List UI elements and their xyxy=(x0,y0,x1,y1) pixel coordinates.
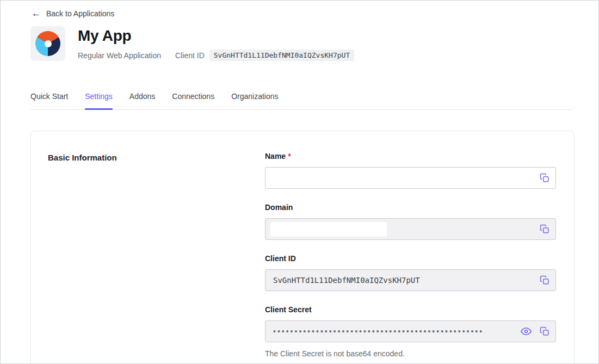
left-arrow-icon: ← xyxy=(32,9,41,18)
back-link-label: Back to Applications xyxy=(46,9,114,18)
app-type-label: Regular Web Application xyxy=(78,51,161,60)
copy-client-secret-button[interactable] xyxy=(539,325,551,337)
client-secret-field-group: Client Secret ••••••••••••••••••••••••••… xyxy=(265,306,556,358)
basic-information-card: Basic Information Name* D xyxy=(30,131,575,364)
application-settings-page: ← Back to Applications My App Regular We… xyxy=(0,0,599,364)
copy-domain-button[interactable] xyxy=(539,223,551,235)
name-label: Name xyxy=(265,152,286,161)
back-to-applications-link[interactable]: ← Back to Applications xyxy=(32,9,114,18)
copy-name-button[interactable] xyxy=(539,172,551,184)
name-field-group: Name* xyxy=(265,152,556,189)
required-asterisk: * xyxy=(288,152,291,161)
domain-field-group: Domain xyxy=(265,203,556,240)
tab-settings[interactable]: Settings xyxy=(85,91,113,109)
client-id-value: SvGnHTTd1L11DebfNMI0aIQZvsKH7pUT xyxy=(273,276,420,285)
tab-connections[interactable]: Connections xyxy=(172,91,214,109)
client-secret-label: Client Secret xyxy=(265,306,556,314)
client-secret-helper: The Client Secret is not base64 encoded. xyxy=(265,349,556,358)
app-logo-pinwheel-icon xyxy=(35,31,60,56)
eye-icon xyxy=(521,326,532,337)
app-logo xyxy=(30,26,65,61)
client-secret-masked-value: ••••••••••••••••••••••••••••••••••••••••… xyxy=(273,320,484,342)
copy-icon xyxy=(540,326,549,336)
tab-bar: Quick Start Settings Addons Connections … xyxy=(30,91,573,110)
domain-label: Domain xyxy=(265,203,556,212)
client-id-label: Client ID xyxy=(265,255,556,263)
domain-input-shell xyxy=(265,218,556,240)
name-input[interactable] xyxy=(273,168,523,188)
page-title: My App xyxy=(78,27,354,45)
client-secret-input-shell: ••••••••••••••••••••••••••••••••••••••••… xyxy=(265,320,556,342)
tab-quick-start[interactable]: Quick Start xyxy=(30,91,68,109)
client-id-caption: Client ID xyxy=(175,51,205,60)
client-id-input-shell: SvGnHTTd1L11DebfNMI0aIQZvsKH7pUT xyxy=(265,269,556,291)
copy-icon xyxy=(540,173,549,183)
copy-icon xyxy=(540,275,549,285)
redacted-domain-value xyxy=(270,222,387,237)
tab-organizations[interactable]: Organizations xyxy=(231,91,278,109)
copy-client-id-button[interactable] xyxy=(539,274,551,286)
tab-addons[interactable]: Addons xyxy=(129,91,155,109)
client-id-field-group: Client ID SvGnHTTd1L11DebfNMI0aIQZvsKH7p… xyxy=(265,255,556,291)
reveal-client-secret-button[interactable] xyxy=(520,325,532,337)
section-title: Basic Information xyxy=(48,152,265,163)
copy-icon xyxy=(540,224,549,234)
app-header: My App Regular Web Application Client ID… xyxy=(30,26,598,61)
name-input-shell xyxy=(265,167,556,189)
client-id-badge: SvGnHTTd1L11DebfNMI0aIQZvsKH7pUT xyxy=(209,50,354,61)
